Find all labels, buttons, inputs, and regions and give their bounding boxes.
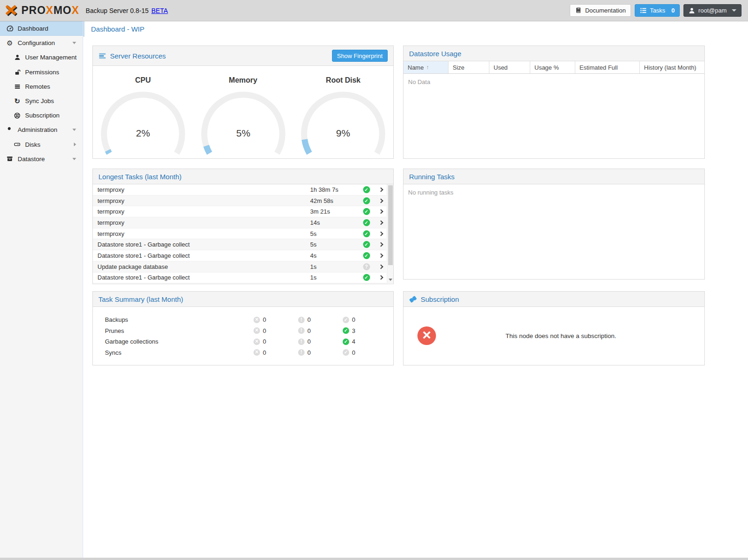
column-header-estimated-full[interactable]: Estimated Full <box>575 61 640 73</box>
chevron-right-icon[interactable] <box>374 254 387 257</box>
memory-gauge: Memory 5% <box>193 66 293 158</box>
task-duration: 4s <box>310 252 358 259</box>
sidebar: Dashboard ⚙ Configuration User Managemen… <box>0 21 83 558</box>
chevron-right-icon[interactable] <box>374 265 387 268</box>
chevron-right-icon[interactable] <box>374 243 387 246</box>
topbar-actions: Documentation Tasks 0 root@pam <box>570 4 748 17</box>
beta-link[interactable]: BETA <box>151 7 168 14</box>
main-content: Dashboard - WIP Server Resources Show Fi… <box>83 21 748 558</box>
window-edge <box>0 558 748 560</box>
support-icon <box>13 112 21 119</box>
column-header-history[interactable]: History (last Month) <box>640 61 704 73</box>
subscription-message: This node does not have a subscription. <box>436 332 704 339</box>
chevron-right-icon[interactable] <box>74 143 76 146</box>
list-icon <box>13 83 21 90</box>
task-name: termproxy <box>98 230 310 237</box>
task-duration: 5s <box>310 241 358 248</box>
column-header-size[interactable]: Size <box>449 61 489 73</box>
chevron-right-icon[interactable] <box>374 199 387 202</box>
disk-icon <box>13 141 21 148</box>
scrollbar[interactable] <box>387 184 393 283</box>
scrollbar-thumb[interactable] <box>388 185 393 265</box>
no-running-tasks-text: No running tasks <box>403 184 704 196</box>
sidebar-item-dashboard[interactable]: Dashboard <box>0 21 83 36</box>
error-count: 0 <box>263 349 266 356</box>
task-status-icon <box>363 241 370 248</box>
gauge-label: Root Disk <box>293 76 393 85</box>
summary-row: Garbage collections 0 0 4 <box>93 336 393 347</box>
task-name: termproxy <box>98 208 310 215</box>
scrollbar-down-button[interactable] <box>387 276 393 283</box>
task-row[interactable]: termproxy 14s <box>93 217 386 228</box>
user-menu-button[interactable]: root@pam <box>683 4 741 17</box>
sidebar-item-disks[interactable]: Disks <box>0 137 83 152</box>
gauge-value: 5% <box>236 128 250 138</box>
longest-tasks-panel: Longest Tasks (last Month) termproxy 1h … <box>92 169 394 284</box>
chevron-right-icon[interactable] <box>374 276 387 279</box>
task-row[interactable]: termproxy 1h 38m 7s <box>93 184 386 195</box>
task-status-icon <box>363 186 370 193</box>
ok-count: 3 <box>352 327 355 334</box>
no-data-text: No Data <box>403 74 704 85</box>
error-count: 0 <box>263 316 266 323</box>
gauge-label: CPU <box>93 76 193 85</box>
sidebar-item-label: Permissions <box>25 69 59 76</box>
documentation-label: Documentation <box>585 7 625 14</box>
tasks-button[interactable]: Tasks 0 <box>635 4 680 17</box>
sidebar-item-configuration[interactable]: ⚙ Configuration <box>0 36 83 50</box>
chevron-right-icon[interactable] <box>374 232 387 235</box>
task-name: Datastore store1 - Garbage collect <box>98 252 310 259</box>
ok-count: 4 <box>352 338 355 345</box>
panel-title: Subscription <box>421 295 459 303</box>
task-row[interactable]: termproxy 42m 58s <box>93 195 386 207</box>
ok-count-icon <box>343 327 349 334</box>
cpu-gauge: CPU 2% <box>93 66 193 158</box>
chevron-down-icon[interactable] <box>72 129 76 131</box>
task-row[interactable]: Datastore store1 - Garbage collect 5s <box>93 239 386 250</box>
task-name: Datastore store1 - Garbage collect <box>98 241 310 248</box>
sidebar-item-user-management[interactable]: User Management <box>0 50 83 65</box>
sidebar-item-label: Configuration <box>18 39 55 46</box>
column-header-name[interactable]: Name↑ <box>403 61 449 73</box>
sidebar-item-subscription[interactable]: Subscription <box>0 108 83 123</box>
sidebar-item-remotes[interactable]: Remotes <box>0 79 83 94</box>
task-row[interactable]: Update package database 1s <box>93 261 386 273</box>
sidebar-item-label: Administration <box>18 126 58 133</box>
task-row[interactable]: termproxy 3m 21s <box>93 206 386 217</box>
task-name: termproxy <box>98 219 310 226</box>
sidebar-item-administration[interactable]: Administration <box>0 123 83 137</box>
sidebar-item-permissions[interactable]: Permissions <box>0 65 83 79</box>
user-icon <box>689 7 695 14</box>
running-tasks-panel: Running Tasks No running tasks <box>403 169 705 280</box>
task-row[interactable]: Datastore store1 - Garbage collect 4s <box>93 250 386 261</box>
warning-count: 0 <box>307 349 311 356</box>
book-icon <box>575 7 582 14</box>
column-header-usage[interactable]: Usage % <box>530 61 575 73</box>
summary-row: Prunes 0 0 3 <box>93 326 393 337</box>
task-row[interactable]: termproxy 5s <box>93 228 386 240</box>
proxmox-x-icon <box>5 4 19 17</box>
summary-row: Syncs 0 0 0 <box>93 347 393 358</box>
chevron-right-icon[interactable] <box>374 210 387 213</box>
panel-title: Longest Tasks (last Month) <box>98 173 182 181</box>
column-header-used[interactable]: Used <box>489 61 530 73</box>
sidebar-item-label: Subscription <box>25 112 59 119</box>
sidebar-item-sync-jobs[interactable]: ↻ Sync Jobs <box>0 94 83 108</box>
task-duration: 1s <box>310 274 358 281</box>
task-name: termproxy <box>98 197 310 204</box>
chevron-down-icon[interactable] <box>72 42 76 44</box>
chevron-right-icon[interactable] <box>374 188 387 191</box>
show-fingerprint-button[interactable]: Show Fingerprint <box>332 50 388 62</box>
documentation-button[interactable]: Documentation <box>570 4 631 17</box>
gauge-value: 9% <box>336 128 350 138</box>
chevron-right-icon[interactable] <box>374 221 387 224</box>
ok-count: 0 <box>352 316 355 323</box>
sidebar-item-label: Dashboard <box>18 25 48 32</box>
task-duration: 5s <box>310 230 358 237</box>
user-label: root@pam <box>698 7 727 14</box>
sidebar-item-datastore[interactable]: Datastore <box>0 152 83 166</box>
chevron-down-icon[interactable] <box>72 158 76 160</box>
task-list-icon <box>640 7 647 14</box>
brand-text: MO <box>53 5 72 16</box>
task-row[interactable]: Datastore store1 - Garbage collect 1s <box>93 273 386 284</box>
